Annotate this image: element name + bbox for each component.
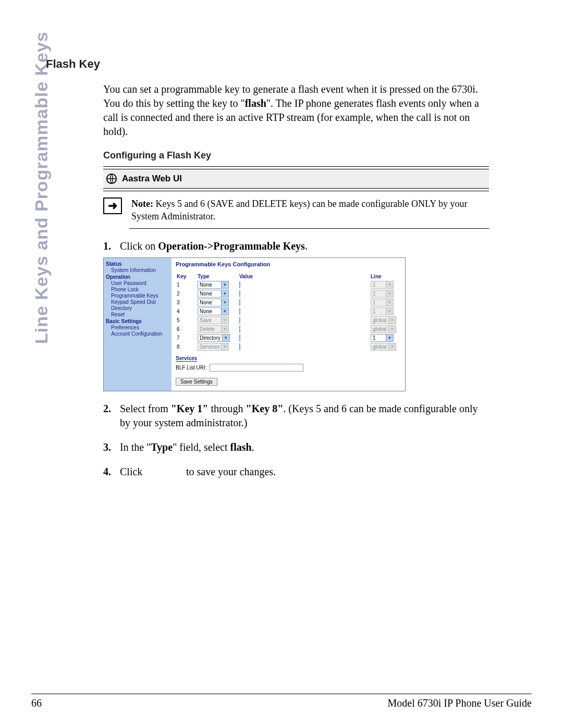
type-dropdown: Services▾	[198, 343, 229, 351]
intro-paragraph: You can set a programmable key to genera…	[103, 82, 489, 139]
cell-key: 8	[176, 342, 197, 351]
chevron-down-icon: ▾	[386, 290, 393, 297]
step-number: 2.	[103, 402, 116, 430]
type-dropdown: Save▾	[198, 316, 229, 324]
chevron-down-icon: ▾	[386, 308, 393, 315]
step-2-c: through	[208, 403, 246, 414]
type-dropdown[interactable]: None▾	[198, 299, 229, 306]
nav-item[interactable]: Phone Lock	[111, 287, 169, 292]
main-pane: Programmable Keys Configuration Key Type…	[172, 258, 405, 391]
chevron-down-icon: ▾	[221, 343, 228, 350]
nav-cat-basic: Basic Settings	[106, 318, 169, 324]
cell-key: 3	[176, 298, 197, 307]
step-4-b: to save your changes.	[183, 466, 276, 477]
step-4: 4. Click Save Settings to save your chan…	[103, 465, 489, 479]
type-dropdown[interactable]: None▾	[198, 307, 229, 315]
line-dropdown: 1▾	[371, 290, 394, 298]
save-settings-button[interactable]: Save Settings	[176, 378, 217, 386]
chevron-down-icon: ▾	[221, 317, 228, 324]
th-key: Key	[176, 273, 197, 280]
heading-configuring: Configuring a Flash Key	[103, 150, 489, 161]
nav-item[interactable]: Keypad Speed Dial	[111, 299, 169, 305]
value-input[interactable]	[239, 290, 240, 297]
nav-item[interactable]: Reset	[111, 312, 169, 317]
type-dropdown[interactable]: None▾	[198, 281, 229, 289]
line-dropdown: global▾	[371, 316, 396, 324]
line-dropdown: 1▾	[371, 307, 394, 315]
step-4-a: Click	[120, 466, 145, 477]
line-dropdown: 1▾	[371, 299, 394, 306]
note-body: Keys 5 and 6 (SAVE and DELETE keys) can …	[131, 199, 468, 221]
chevron-down-icon: ▾	[221, 326, 228, 332]
blf-label: BLF List URI:	[176, 365, 206, 371]
divider	[103, 191, 489, 191]
step-1: 1. Click on Operation->Programmable Keys…	[103, 239, 489, 253]
cell-key: 6	[176, 325, 197, 334]
type-dropdown[interactable]: None▾	[198, 290, 229, 298]
value-input[interactable]	[239, 281, 240, 288]
chevron-down-icon: ▾	[386, 299, 393, 306]
step-1-bold: Operation->Programmable Keys	[158, 240, 305, 252]
keys-table: Key Type Value Line 1None▾1▾2None▾1▾3Non…	[176, 273, 401, 351]
intro-bold-flash: flash	[245, 97, 266, 109]
programmable-keys-screenshot: Status System Information Operation User…	[103, 257, 406, 391]
step-number: 3.	[103, 440, 116, 454]
line-dropdown[interactable]: 1▾	[371, 334, 394, 342]
cell-key: 5	[176, 316, 197, 325]
step-number: 4.	[103, 465, 116, 479]
nav-item[interactable]: System Information	[111, 267, 169, 273]
chevron-down-icon: ▾	[386, 281, 393, 288]
table-row: 8Services▾global▾	[176, 342, 401, 351]
step-2: 2. Select from "Key 1" through "Key 8". …	[103, 402, 489, 430]
page-number: 66	[31, 697, 42, 709]
step-3-d: flash	[230, 441, 251, 453]
nav-item[interactable]: Directory	[111, 305, 169, 311]
cell-key: 4	[176, 307, 197, 316]
doc-title: Model 6730i IP Phone User Guide	[388, 697, 532, 709]
th-line: Line	[370, 273, 401, 280]
chevron-down-icon: ▾	[222, 335, 229, 341]
step-number: 1.	[103, 239, 116, 253]
aastra-web-ui-label: Aastra Web UI	[122, 174, 182, 184]
note-arrow-icon: ➜	[103, 198, 122, 214]
line-dropdown: global▾	[371, 325, 396, 333]
step-3-a: In the "	[120, 441, 151, 453]
line-dropdown: global▾	[371, 343, 396, 351]
screenshot-title: Programmable Keys Configuration	[176, 261, 401, 267]
cell-key: 2	[176, 289, 197, 298]
divider	[129, 228, 489, 229]
table-row: 6Delete▾global▾	[176, 325, 401, 334]
table-row: 3None▾1▾	[176, 298, 401, 307]
nav-item[interactable]: Account Configuration	[111, 331, 169, 337]
value-input[interactable]	[239, 326, 240, 332]
step-3-b: Type	[151, 441, 173, 453]
chevron-down-icon: ▾	[221, 281, 228, 288]
chevron-down-icon: ▾	[388, 343, 396, 350]
aastra-web-ui-bar: Aastra Web UI	[103, 169, 489, 189]
blf-input[interactable]	[210, 364, 303, 372]
value-input[interactable]	[239, 299, 240, 306]
nav-item[interactable]: User Password	[111, 280, 169, 286]
chevron-down-icon: ▾	[388, 326, 396, 332]
nav-item[interactable]: Programmable Keys	[111, 293, 169, 299]
step-2-b: "Key 1"	[171, 403, 209, 414]
nav-item[interactable]: Preferences	[111, 325, 169, 330]
value-input[interactable]	[239, 343, 240, 350]
value-input[interactable]	[239, 335, 240, 341]
type-dropdown[interactable]: Directory▾	[198, 334, 230, 342]
value-input[interactable]	[239, 317, 240, 324]
value-input[interactable]	[239, 308, 240, 315]
nav-cat-operation: Operation	[106, 274, 169, 280]
divider	[103, 166, 489, 167]
table-row: 7Directory▾1▾	[176, 334, 401, 342]
cell-key: 1	[176, 280, 197, 289]
services-label: Services	[176, 355, 197, 362]
step-1-text-a: Click on	[120, 240, 158, 252]
th-type: Type	[197, 273, 238, 280]
save-settings-placeholder: Save Settings	[145, 468, 183, 478]
step-3: 3. In the "Type" field, select flash.	[103, 440, 489, 454]
table-row: 5Save▾global▾	[176, 316, 401, 325]
note-text: Note: Keys 5 and 6 (SAVE and DELETE keys…	[131, 198, 489, 223]
note-label: Note:	[131, 199, 153, 209]
step-1-text-c: .	[305, 240, 308, 252]
